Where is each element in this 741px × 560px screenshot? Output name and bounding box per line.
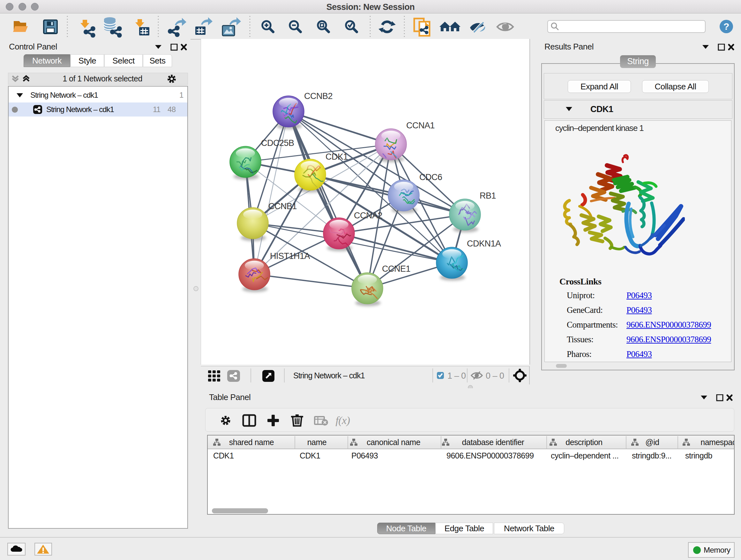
svg-text:namespac: namespac xyxy=(700,438,734,447)
svg-text:CCNE1: CCNE1 xyxy=(382,264,410,273)
svg-text:0 – 0: 0 – 0 xyxy=(486,371,504,381)
svg-text:RB1: RB1 xyxy=(480,191,496,200)
svg-text:9606.ENSP00000378699: 9606.ENSP00000378699 xyxy=(447,451,534,460)
svg-text:name: name xyxy=(307,438,327,447)
svg-text:database identifier: database identifier xyxy=(462,438,524,447)
svg-text:cyclin–dependent ...: cyclin–dependent ... xyxy=(551,451,618,460)
svg-text:CCNA1: CCNA1 xyxy=(406,121,434,130)
svg-text:stringdb:9...: stringdb:9... xyxy=(632,451,671,460)
svg-text:CCNB1: CCNB1 xyxy=(268,201,297,211)
svg-text:CDK1: CDK1 xyxy=(300,451,320,460)
svg-text:f(x): f(x) xyxy=(335,415,350,427)
svg-text:shared name: shared name xyxy=(229,438,274,447)
svg-text:P06493: P06493 xyxy=(351,451,378,460)
svg-text:1 – 0: 1 – 0 xyxy=(448,371,466,381)
svg-text:String Network – cdk1: String Network – cdk1 xyxy=(293,371,365,380)
svg-text:CDC6: CDC6 xyxy=(419,172,442,182)
svg-text:canonical name: canonical name xyxy=(367,438,420,447)
svg-text:CCNB2: CCNB2 xyxy=(304,91,333,101)
svg-text:CDK1: CDK1 xyxy=(213,451,234,460)
svg-text:HIST1H1A: HIST1H1A xyxy=(270,251,310,261)
svg-text:CDC25B: CDC25B xyxy=(261,138,294,148)
svg-text:stringdb: stringdb xyxy=(685,451,712,460)
svg-text:CCNA2: CCNA2 xyxy=(354,211,382,220)
svg-text:CDKN1A: CDKN1A xyxy=(467,239,501,248)
svg-text:CDK1: CDK1 xyxy=(326,152,348,162)
svg-text:description: description xyxy=(565,438,602,447)
svg-text:@id: @id xyxy=(645,438,659,447)
